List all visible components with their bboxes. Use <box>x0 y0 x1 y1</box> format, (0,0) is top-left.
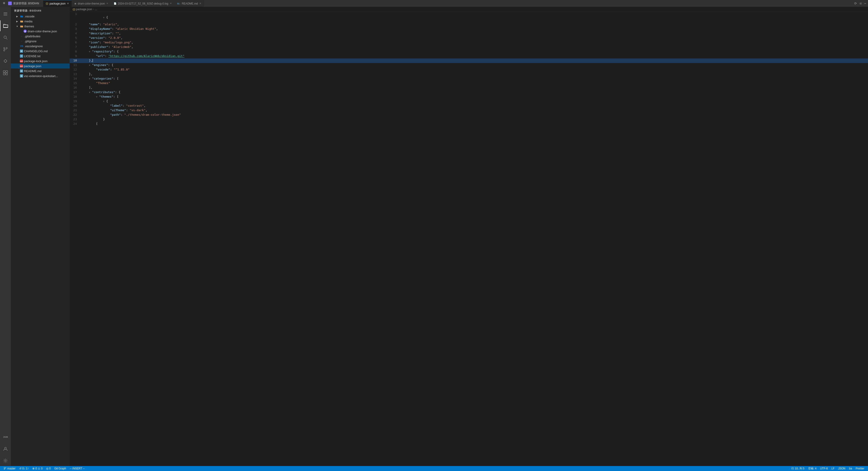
license-icon: T <box>20 55 23 58</box>
svg-rect-19 <box>20 21 21 22</box>
sidebar-item-label: .vscode <box>24 15 35 18</box>
media-folder-icon <box>20 20 24 23</box>
fold-arrow-1[interactable]: ▼ <box>103 16 106 19</box>
activity-json-badge[interactable]: JSON <box>0 432 11 442</box>
tab-close-btn[interactable]: ✕ <box>199 2 202 5</box>
vscode-folder-icon <box>20 14 24 18</box>
fold-arrow-14[interactable]: ▼ <box>89 77 92 80</box>
code-area[interactable]: 1 ▼{ 2 "name": "alaric", 3 "displayName"… <box>70 12 868 466</box>
svg-point-14 <box>4 447 6 449</box>
tab-icon-circle: ◉ <box>74 2 76 5</box>
sync-icon: ↺ <box>19 467 22 470</box>
dram-theme-file-icon: ◈ <box>24 30 27 33</box>
tab-dram-color-theme[interactable]: ◉ dram-color-theme.json ✕ <box>72 0 111 7</box>
font-label: ba <box>849 467 852 470</box>
sidebar-item-license[interactable]: T LICENSE.txt <box>11 54 70 59</box>
more-icon[interactable]: ⋯ <box>864 2 866 5</box>
status-insert-mode: -- INSERT -- <box>68 466 86 471</box>
svg-point-22 <box>4 468 5 468</box>
status-spaces[interactable]: 空格: 4 <box>806 466 818 471</box>
tab-debug-log[interactable]: 📄 2024-03-02T17_52_06_929Z-debug-0.log ✕ <box>111 0 175 7</box>
code-line-4: 4 "description": "", <box>70 31 868 36</box>
sidebar-item-themes[interactable]: ▼ themes <box>11 24 70 29</box>
tab-package-json[interactable]: { } package.json ✕ <box>43 0 72 7</box>
code-line-24: 24 [ <box>70 122 868 126</box>
activity-git[interactable] <box>0 44 11 55</box>
sidebar-item-package-lock[interactable]: npm package-lock.json <box>11 59 70 64</box>
sidebar-item-label: .gitattributes <box>24 35 40 38</box>
status-language[interactable]: JSON <box>836 466 847 471</box>
sidebar-item-vscode[interactable]: ▶ .vscode <box>11 14 70 19</box>
sidebar-item-gitignore[interactable]: · .gitignore <box>11 39 70 43</box>
sidebar-item-label: LICENSE.txt <box>24 55 40 58</box>
tab-close-btn[interactable]: ✕ <box>106 2 108 5</box>
breadcrumb-path: ... <box>95 8 97 11</box>
svg-rect-17 <box>20 15 21 17</box>
status-encoding[interactable]: UTF-8 <box>818 466 830 471</box>
vsc-extension-icon: M <box>20 74 23 77</box>
sidebar-item-vscodeignore[interactable]: VS .vscodeignore <box>11 43 70 49</box>
activity-debug[interactable] <box>0 56 11 66</box>
sidebar-item-gitattributes[interactable]: · .gitattributes <box>11 34 70 39</box>
fold-arrow-8[interactable]: ▼ <box>89 51 92 53</box>
status-font[interactable]: ba <box>847 466 854 471</box>
sidebar-item-media[interactable]: ▶ media <box>11 19 70 24</box>
breadcrumb-file: package.json <box>76 8 92 11</box>
warning-icon: ⚠ 0 <box>38 467 42 470</box>
fold-arrow-11[interactable]: ▼ <box>89 64 92 66</box>
svg-rect-1 <box>4 14 7 14</box>
svg-rect-13 <box>6 73 7 75</box>
code-line-6: 6 "icon": "media/logo.png", <box>70 40 868 45</box>
sync-label: 0↓ 1↑ <box>22 467 29 470</box>
file-tree: ▶ .vscode ▶ media ▼ themes <box>11 14 70 466</box>
status-git-graph[interactable]: Git Graph <box>53 466 68 471</box>
activity-search[interactable] <box>0 32 11 43</box>
chevron-icon: ▶ <box>16 20 19 23</box>
activity-settings[interactable] <box>0 455 11 466</box>
breadcrumb-json-icon: { } <box>73 8 75 11</box>
svg-point-23 <box>4 469 5 470</box>
gitattributes-icon: · <box>20 34 24 38</box>
status-right: 行 10, 列 5 空格: 4 UTF-8 LF JSON ba Prettie… <box>789 466 866 471</box>
code-line-8: 8 ▼"repository": { <box>70 50 868 54</box>
status-sync[interactable]: ↺ 0↓ 1↑ <box>18 466 31 471</box>
breadcrumb: { } package.json › ... <box>70 7 868 12</box>
package-json-icon: npm <box>20 64 23 68</box>
fold-arrow-19[interactable]: ▼ <box>103 100 106 103</box>
activity-extensions[interactable] <box>0 67 11 78</box>
layout-icon[interactable]: ⊡ <box>860 2 862 5</box>
status-errors[interactable]: ⊗ 0 ⚠ 0 <box>31 466 44 471</box>
status-eol[interactable]: LF <box>830 466 836 471</box>
status-prettier[interactable]: Prettier <box>854 466 866 471</box>
code-line-3: 3 "displayName": "alaric Obsidian Night"… <box>70 27 868 31</box>
sidebar-item-vsc-extension[interactable]: M vsc-extension-quickstart... <box>11 73 70 78</box>
activity-explorer[interactable] <box>0 20 11 31</box>
prettier-label: Prettier <box>856 467 864 470</box>
tab-close-btn[interactable]: ✕ <box>170 2 172 5</box>
code-line-14: 14 ▼"categories": [ <box>70 76 868 81</box>
sidebar-item-package-json[interactable]: npm package.json <box>11 64 70 68</box>
editor-area: { } package.json › ... 1 ▼{ 2 "name": "a… <box>70 7 868 466</box>
chevron-down-icon: ▼ <box>16 25 19 28</box>
activity-menu[interactable] <box>0 8 11 20</box>
status-watch[interactable]: ◎ 0 <box>44 466 53 471</box>
sidebar-item-label: CHANGELOG.md <box>24 50 48 53</box>
fold-arrow-17[interactable]: ▼ <box>89 91 92 94</box>
svg-point-6 <box>4 48 5 49</box>
status-git-branch[interactable]: master <box>2 466 18 471</box>
code-line-12: 12 "vscode": "^1.85.0" <box>70 68 868 72</box>
code-line-7: 7 "publisher": "AlaricWeb", <box>70 45 868 50</box>
tab-readme[interactable]: M↓ README.md ✕ <box>175 0 204 7</box>
fold-arrow-18[interactable]: ▼ <box>96 96 99 98</box>
sidebar-item-readme[interactable]: M README.md <box>11 68 70 73</box>
tab-close-btn[interactable]: ✕ <box>67 2 69 5</box>
activity-account[interactable] <box>0 443 11 454</box>
status-position[interactable]: 行 10, 列 5 <box>789 466 806 471</box>
menu-icon[interactable]: ≡ <box>2 1 6 5</box>
code-line-22: 22 "path": "./themes/dram-color-theme.js… <box>70 113 868 117</box>
svg-point-15 <box>5 460 6 462</box>
sidebar-item-dram-color-theme[interactable]: ◈ dram-color-theme.json <box>11 29 70 34</box>
sidebar-item-changelog[interactable]: M CHANGELOG.md <box>11 49 70 54</box>
code-line-17: 17 ▼"contributes": { <box>70 90 868 95</box>
history-icon[interactable]: ⟳ <box>854 2 857 5</box>
